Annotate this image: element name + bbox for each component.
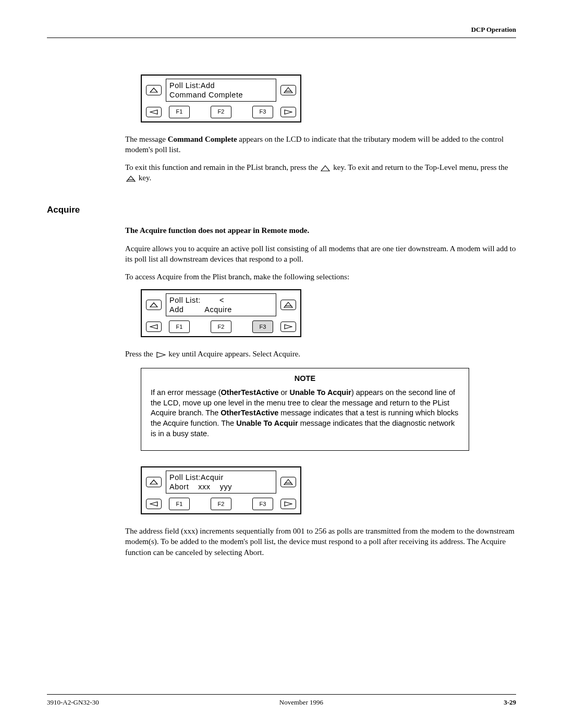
up-button[interactable] xyxy=(146,85,162,95)
text: key until Acquire appears. Select Acquir… xyxy=(167,350,301,358)
panel-top-row: Poll List:Add Command Complete xyxy=(142,76,300,105)
svg-marker-6 xyxy=(127,176,135,181)
home-button[interactable] xyxy=(280,85,296,95)
left-button[interactable] xyxy=(146,499,162,509)
paragraph: The message Command Complete appears on … xyxy=(125,134,516,155)
triangle-up-double-icon xyxy=(284,87,293,93)
text: key. xyxy=(137,174,151,182)
svg-marker-3 xyxy=(150,110,157,114)
panel-top-row: Poll List: < Add Acquire xyxy=(142,290,300,319)
svg-marker-12 xyxy=(285,325,292,329)
lcd-line-1: Poll List:Add xyxy=(169,81,273,90)
svg-marker-0 xyxy=(150,88,157,92)
lcd-line-1: Poll List: < xyxy=(169,295,273,305)
panel-bottom-row: F1 F2 F3 xyxy=(142,497,300,513)
svg-marker-8 xyxy=(150,303,157,307)
text: key. To exit and return to the Top-Level… xyxy=(331,163,508,171)
triangle-left-icon xyxy=(150,501,158,507)
paragraph: The address field (xxx) increments seque… xyxy=(125,526,516,558)
f3-key[interactable]: F3 xyxy=(252,320,273,333)
triangle-up-double-icon xyxy=(284,302,293,308)
function-keys: F1 F2 F3 xyxy=(166,320,276,333)
triangle-right-icon xyxy=(284,501,292,507)
page-footer: 3910-A2-GN32-30 November 1996 3-29 xyxy=(47,694,516,707)
note-box: NOTE If an error message (OtherTestActiv… xyxy=(141,368,469,451)
lcd-display: Poll List:Acquir Abort xxx yyy xyxy=(166,471,276,493)
text: The message xyxy=(125,135,168,143)
bold-text: Command Complete xyxy=(168,135,237,143)
f2-key[interactable]: F2 xyxy=(211,320,231,333)
svg-marker-15 xyxy=(284,479,292,485)
bold-text: Unable To Acquir xyxy=(236,419,298,427)
header-rule xyxy=(47,38,516,38)
svg-marker-1 xyxy=(284,88,292,93)
note-title: NOTE xyxy=(151,374,459,384)
triangle-up-double-icon xyxy=(126,176,136,182)
function-keys: F1 F2 F3 xyxy=(166,498,276,510)
triangle-up-double-icon xyxy=(284,479,293,485)
f2-key[interactable]: F2 xyxy=(211,106,231,118)
bold-text: OtherTestActive xyxy=(221,409,278,417)
f1-key[interactable]: F1 xyxy=(169,320,190,333)
footer-rule xyxy=(47,694,516,695)
text: If an error message ( xyxy=(151,388,221,397)
lcd-panel-acquir: Poll List:Acquir Abort xxx yyy F1 F2 xyxy=(141,466,301,514)
text: Press the xyxy=(125,350,155,358)
panel-bottom-row: F1 F2 F3 xyxy=(142,105,300,121)
home-button[interactable] xyxy=(280,477,296,487)
lcd-panel-command-complete: Poll List:Add Command Complete F1 F2 xyxy=(141,75,301,122)
up-button[interactable] xyxy=(146,300,162,310)
triangle-up-icon xyxy=(150,302,158,307)
footer-center: November 1996 xyxy=(279,698,323,707)
triangle-right-icon xyxy=(284,109,292,115)
note-body: If an error message (OtherTestActive or … xyxy=(151,388,459,439)
f2-key[interactable]: F2 xyxy=(211,498,231,510)
panel-bottom-row: F1 F2 F3 xyxy=(142,319,300,336)
f1-key[interactable]: F1 xyxy=(169,106,190,118)
left-button[interactable] xyxy=(146,322,162,332)
text: or xyxy=(279,388,290,397)
svg-marker-5 xyxy=(321,166,329,171)
paragraph: Press the key until Acquire appears. Sel… xyxy=(125,349,516,359)
f1-key[interactable]: F1 xyxy=(169,498,190,510)
footer-left: 3910-A2-GN32-30 xyxy=(47,698,99,707)
triangle-right-icon xyxy=(284,324,292,329)
paragraph: To exit this function and remain in the … xyxy=(125,162,516,183)
triangle-right-icon xyxy=(156,352,166,358)
svg-marker-9 xyxy=(284,302,292,307)
lcd-line-2: Command Complete xyxy=(169,90,273,100)
right-button[interactable] xyxy=(280,322,296,332)
left-button[interactable] xyxy=(146,107,162,117)
triangle-up-icon xyxy=(150,88,158,93)
paragraph: Acquire allows you to acquire an active … xyxy=(125,243,516,265)
bold-text: Unable To Acquir xyxy=(289,388,351,397)
subheading: The Acquire function does not appear in … xyxy=(125,225,516,236)
lcd-display: Poll List: < Add Acquire xyxy=(166,293,276,316)
f3-key[interactable]: F3 xyxy=(252,106,273,118)
svg-marker-11 xyxy=(150,325,157,329)
lcd-line-2: Add Acquire xyxy=(169,305,273,314)
text: To exit this function and remain in the … xyxy=(125,163,320,171)
page-header: DCP Operation xyxy=(47,25,516,38)
lcd-panel-poll-list: Poll List: < Add Acquire F1 xyxy=(141,289,301,337)
panel-top-row: Poll List:Acquir Abort xxx yyy xyxy=(142,467,300,497)
up-button[interactable] xyxy=(146,477,162,487)
lcd-line-1: Poll List:Acquir xyxy=(169,473,273,482)
triangle-up-icon xyxy=(321,165,330,171)
paragraph: To access Acquire from the Plist branch,… xyxy=(125,272,516,282)
home-button[interactable] xyxy=(280,300,296,310)
section-heading-acquire: Acquire xyxy=(47,204,516,216)
triangle-left-icon xyxy=(150,324,158,329)
svg-marker-17 xyxy=(150,502,157,506)
right-button[interactable] xyxy=(280,107,296,117)
bold-text: OtherTestActive xyxy=(221,388,279,397)
svg-marker-4 xyxy=(285,110,292,114)
page: DCP Operation Poll List:Add Command Comp… xyxy=(0,0,563,728)
lcd-line-2: Abort xxx yyy xyxy=(169,482,273,491)
triangle-left-icon xyxy=(150,109,158,115)
right-button[interactable] xyxy=(280,499,296,509)
main-content: Poll List:Add Command Complete F1 F2 xyxy=(125,75,516,183)
footer-right: 3-29 xyxy=(504,698,516,707)
f3-key[interactable]: F3 xyxy=(252,498,273,510)
triangle-up-icon xyxy=(150,479,158,485)
